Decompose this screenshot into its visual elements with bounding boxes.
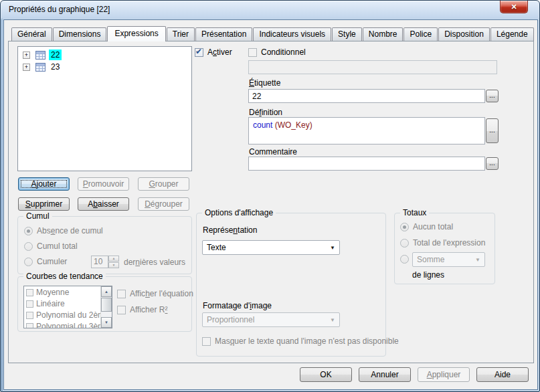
activer-checkbox[interactable]: ✔ Activer xyxy=(195,47,232,57)
tree-item-23[interactable]: + 23 xyxy=(18,61,191,73)
scrollbar-thumb[interactable] xyxy=(101,298,112,312)
masquer-texte-checkbox[interactable]: Masquer le texte quand l'image n'est pas… xyxy=(202,336,399,346)
window-title: Propriétés du graphique [22] xyxy=(9,5,110,14)
expand-plus-icon[interactable]: + xyxy=(23,52,30,59)
afficher-equation-label: Afficher l'équation xyxy=(130,289,193,298)
conditionnel-input xyxy=(248,60,497,74)
dernieres-valeurs-label: dernières valeurs xyxy=(124,258,185,267)
aucun-total-label: Aucun total xyxy=(413,222,453,231)
group-options-title: Options d'affichage xyxy=(202,208,276,217)
absence-cumul-radio[interactable]: Absence de cumul xyxy=(24,226,103,235)
trend-item-polynomial-2[interactable]: Polynomial du 2ème degré xyxy=(24,309,112,320)
close-button[interactable]: ✕ xyxy=(500,1,528,13)
cumuler-radio[interactable]: Cumuler xyxy=(24,257,67,266)
checkbox-unchecked-icon xyxy=(202,337,211,346)
group-courbes-title: Courbes de tendance xyxy=(23,272,106,281)
trend-item-label: Moyenne xyxy=(36,288,69,297)
cumuler-label: Cumuler xyxy=(37,257,67,266)
definition-ellipsis-button[interactable]: ... xyxy=(486,118,499,143)
close-icon: ✕ xyxy=(511,3,517,11)
tab-trier[interactable]: Trier xyxy=(167,27,195,41)
somme-select: Somme ▼ xyxy=(412,252,485,267)
degrouper-button[interactable]: Dégrouper xyxy=(138,197,189,211)
annuler-button[interactable]: Annuler xyxy=(359,367,411,382)
radio-icon xyxy=(400,255,409,264)
cumul-total-radio[interactable]: Cumul total xyxy=(24,241,78,251)
abaisser-button[interactable]: Abaisser xyxy=(78,197,129,211)
trend-item-label: Linéaire xyxy=(36,299,65,308)
promouvoir-button[interactable]: Promouvoir xyxy=(78,177,129,191)
group-totaux-title: Totaux xyxy=(400,208,429,217)
trend-item-lineaire[interactable]: Linéaire xyxy=(24,298,112,309)
afficher-r2-label: Afficher R² xyxy=(130,305,167,314)
radio-selected-icon xyxy=(24,227,33,235)
tab-legende[interactable]: Légende xyxy=(490,27,534,41)
etiquette-label: Étiquette xyxy=(249,78,280,88)
appliquer-button[interactable]: Appliquer xyxy=(418,367,470,382)
chevron-down-icon: ▼ xyxy=(475,257,480,263)
spin-up-icon[interactable]: ▲ xyxy=(108,256,119,262)
grouper-button[interactable]: Grouper xyxy=(138,177,189,191)
spin-down-icon[interactable]: ▼ xyxy=(108,262,119,268)
tab-general[interactable]: Général xyxy=(11,27,52,41)
tree-item-label[interactable]: 22 xyxy=(49,50,62,60)
cumul-total-label: Cumul total xyxy=(37,241,78,251)
supprimer-button[interactable]: Supprimer xyxy=(18,197,70,211)
cumuler-count-input: 10 xyxy=(91,256,108,268)
tab-disposition[interactable]: Disposition xyxy=(438,27,490,41)
afficher-r2-checkbox[interactable]: Afficher R² xyxy=(117,305,167,314)
checkbox-unchecked-icon xyxy=(117,290,126,298)
ajouter-button[interactable]: Ajouter xyxy=(18,177,70,191)
afficher-equation-checkbox[interactable]: Afficher l'équation xyxy=(117,289,193,298)
table-icon xyxy=(35,63,46,72)
definition-function: count xyxy=(253,120,272,130)
aide-button[interactable]: Aide xyxy=(476,367,529,382)
trend-item-moyenne[interactable]: Moyenne xyxy=(24,286,112,298)
etiquette-ellipsis-button[interactable]: ... xyxy=(486,90,499,102)
group-cumul-title: Cumul xyxy=(23,211,52,221)
expand-plus-icon[interactable]: + xyxy=(23,64,30,71)
commentaire-ellipsis-button[interactable]: ... xyxy=(486,157,499,170)
tab-dimensions[interactable]: Dimensions xyxy=(53,27,107,41)
tab-nombre[interactable]: Nombre xyxy=(363,27,403,41)
tab-indicateurs-visuels[interactable]: Indicateurs visuels xyxy=(253,27,331,41)
etiquette-input[interactable] xyxy=(248,89,485,103)
activer-label: Activer xyxy=(207,47,232,57)
formatage-image-select: Proportionnel ▼ xyxy=(202,312,340,327)
expression-tree[interactable]: + 22 + 23 xyxy=(17,46,192,171)
checkbox-unchecked-icon xyxy=(26,300,33,308)
chevron-down-icon: ▼ xyxy=(330,245,335,251)
representation-label: Représentation xyxy=(203,225,257,235)
representation-select[interactable]: Texte ▼ xyxy=(202,240,340,255)
checkbox-unchecked-icon xyxy=(248,48,257,57)
tree-item-label[interactable]: 23 xyxy=(49,62,62,72)
scroll-down-icon[interactable]: ▼ xyxy=(101,317,112,328)
group-courbes-tendance: Courbes de tendance Moyenne Linéaire Pol… xyxy=(17,276,192,332)
trend-list-scrollbar[interactable]: ▲ ▼ xyxy=(100,286,112,328)
total-expression-radio[interactable]: Total de l'expression xyxy=(400,238,485,248)
tab-police[interactable]: Police xyxy=(403,27,438,41)
group-cumul: Cumul Absence de cumul Cumul total Cumul… xyxy=(17,216,192,274)
checkbox-unchecked-icon xyxy=(26,312,33,319)
aucun-total-radio[interactable]: Aucun total xyxy=(400,222,453,231)
tree-item-22[interactable]: + 22 xyxy=(18,49,191,61)
tab-style[interactable]: Style xyxy=(332,27,362,41)
commentaire-input[interactable] xyxy=(248,157,485,171)
definition-args: (WO_Key) xyxy=(272,120,312,130)
tab-bar: Général Dimensions Expressions Trier Pré… xyxy=(11,26,535,41)
formatage-image-value: Proportionnel xyxy=(207,315,254,324)
radio-selected-icon xyxy=(400,223,409,231)
definition-input[interactable]: count (WO_Key) xyxy=(248,117,485,144)
trend-item-polynomial-3[interactable]: Polynomial du 3ème degré xyxy=(24,320,112,328)
tab-presentation[interactable]: Présentation xyxy=(195,27,252,41)
dialog-window: Propriétés du graphique [22] ✕ Général D… xyxy=(0,0,540,392)
ok-button[interactable]: OK xyxy=(300,367,352,382)
conditionnel-checkbox[interactable]: Conditionnel xyxy=(248,47,306,57)
tab-expressions[interactable]: Expressions xyxy=(107,26,165,41)
radio-icon xyxy=(24,258,33,266)
scroll-up-icon[interactable]: ▲ xyxy=(101,286,112,297)
formatage-image-label: Formatage d'image xyxy=(203,301,272,310)
trend-type-list[interactable]: Moyenne Linéaire Polynomial du 2ème degr… xyxy=(23,286,112,328)
somme-lignes-radio[interactable] xyxy=(400,255,409,264)
checkbox-unchecked-icon xyxy=(117,306,126,314)
